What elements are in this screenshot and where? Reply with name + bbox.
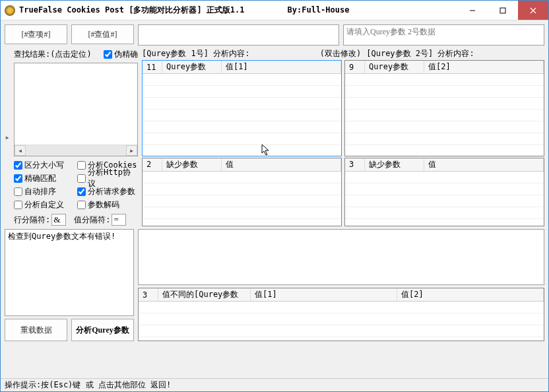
- autosort-checkbox[interactable]: [14, 187, 22, 196]
- row-sep-input[interactable]: [51, 214, 66, 226]
- cookies-checkbox[interactable]: [77, 161, 86, 170]
- scroll-left-icon[interactable]: ◂: [15, 145, 26, 156]
- exact-checkbox[interactable]: [14, 174, 22, 183]
- grid-q1[interactable]: 11Qurey参数值[1]: [142, 60, 342, 156]
- pseudo-exact-checkbox[interactable]: [104, 50, 112, 59]
- dblclick-hint: (双击修改): [320, 48, 361, 59]
- decode-checkbox[interactable]: [77, 201, 86, 209]
- svg-rect-1: [500, 8, 505, 13]
- titlebar[interactable]: TrueFalse Cookies Post [多功能对比分析器] 正式版1.1…: [1, 1, 548, 20]
- error-message-box[interactable]: 检查到Qurey参数文本有错误!: [5, 229, 134, 316]
- input-q2[interactable]: [343, 24, 544, 46]
- case-checkbox[interactable]: [14, 161, 22, 170]
- client-area: [#查项#] [#查值#] ▸ 查找结果:(点击定位) 伪精确 ◂: [1, 20, 548, 378]
- reqparam-checkbox[interactable]: [77, 187, 86, 196]
- analyze-button[interactable]: 分析Qurey参数: [71, 319, 134, 341]
- bottom-textbox[interactable]: [138, 229, 544, 285]
- h-scrollbar[interactable]: ◂ ▸: [15, 145, 137, 156]
- status-text: 操作提示:按(Esc)键 或 点击其他部位 返回!: [5, 379, 171, 391]
- close-button[interactable]: [518, 1, 548, 20]
- maximize-button[interactable]: [488, 1, 518, 20]
- results-list[interactable]: ◂ ▸: [14, 63, 138, 156]
- custom-checkbox[interactable]: [14, 201, 22, 209]
- search-item-button[interactable]: [#查项#]: [5, 24, 67, 44]
- input-q1[interactable]: [138, 24, 339, 46]
- reload-button[interactable]: 重载数据: [5, 319, 67, 341]
- search-value-button[interactable]: [#查值#]: [71, 24, 134, 44]
- grid-q2[interactable]: 9Qurey参数值[2]: [344, 60, 544, 156]
- row-sep-label: 行分隔符:: [14, 214, 50, 226]
- app-window: TrueFalse Cookies Post [多功能对比分析器] 正式版1.1…: [0, 0, 549, 392]
- status-bar: 操作提示:按(Esc)键 或 点击其他部位 返回!: [1, 378, 548, 391]
- expand-left-caret[interactable]: ▸: [5, 48, 10, 226]
- find-results-label: 查找结果:(点击定位): [14, 49, 92, 60]
- window-title: TrueFalse Cookies Post [多功能对比分析器] 正式版1.1…: [19, 5, 457, 16]
- q1-section-label: [Qurey参数 1号] 分析内容:: [142, 48, 320, 59]
- scroll-right-icon[interactable]: ▸: [126, 145, 137, 156]
- val-sep-label: 值分隔符:: [74, 214, 110, 226]
- grid-missing1[interactable]: 2缺少参数值: [142, 158, 342, 226]
- minimize-button[interactable]: [457, 1, 488, 20]
- app-icon: [5, 5, 15, 16]
- http-checkbox[interactable]: [77, 174, 86, 183]
- val-sep-input[interactable]: [112, 214, 126, 226]
- grid-missing2[interactable]: 3缺少参数值: [344, 158, 544, 226]
- q2-section-label: [Qurey参数 2号] 分析内容:: [361, 48, 544, 59]
- grid-diff[interactable]: 3 值不同的[Qurey参数 值[1] 值[2]: [138, 288, 544, 341]
